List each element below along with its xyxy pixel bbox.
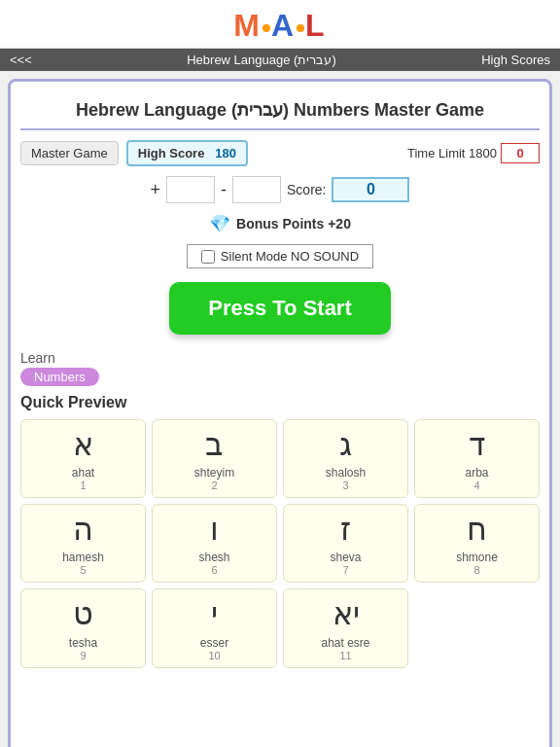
preview-number: 1 bbox=[25, 480, 141, 491]
back-button[interactable]: <<< bbox=[10, 53, 32, 67]
logo-m: M bbox=[233, 8, 262, 43]
preview-card[interactable]: ג shalosh 3 bbox=[283, 419, 408, 498]
preview-hebrew: ז bbox=[288, 513, 403, 547]
preview-card[interactable]: ו shesh 6 bbox=[152, 504, 277, 583]
logo-a: A bbox=[271, 8, 296, 43]
silent-row: Silent Mode NO SOUND bbox=[20, 244, 540, 268]
learn-label: Learn bbox=[20, 350, 540, 366]
preview-roman: ahat esre bbox=[288, 636, 403, 650]
preview-roman: shesh bbox=[157, 551, 272, 564]
preview-number: 3 bbox=[288, 480, 403, 491]
bonus-row: 💎 Bonus Points +20 bbox=[20, 213, 540, 234]
plus-sign: + bbox=[151, 180, 161, 200]
preview-card[interactable]: ט tesha 9 bbox=[20, 588, 146, 667]
preview-number: 8 bbox=[419, 564, 535, 576]
preview-card[interactable]: ד arba 4 bbox=[414, 419, 540, 498]
highscores-link[interactable]: High Scores bbox=[481, 53, 550, 67]
preview-roman: shalosh bbox=[288, 466, 403, 480]
eq-input-right[interactable] bbox=[232, 176, 281, 203]
time-input[interactable] bbox=[501, 143, 540, 163]
silent-label: Silent Mode NO SOUND bbox=[221, 249, 359, 264]
preview-card[interactable]: ח shmone 8 bbox=[414, 504, 540, 583]
minus-sign: - bbox=[221, 180, 227, 200]
time-limit-label: Time Limit 1800 bbox=[407, 146, 497, 160]
preview-hebrew: ה bbox=[25, 513, 141, 547]
quick-preview-title: Quick Preview bbox=[20, 394, 540, 411]
preview-number: 7 bbox=[288, 564, 403, 576]
eq-input-left[interactable] bbox=[166, 176, 215, 203]
preview-card[interactable]: יא ahat esre 11 bbox=[283, 588, 408, 667]
preview-hebrew: ח bbox=[419, 513, 535, 547]
preview-number: 11 bbox=[288, 650, 403, 661]
preview-hebrew: א bbox=[25, 428, 141, 462]
logo-l: L bbox=[305, 8, 327, 43]
gem-icon: 💎 bbox=[209, 213, 230, 234]
preview-number: 6 bbox=[157, 564, 272, 576]
preview-hebrew: ב bbox=[157, 428, 272, 462]
preview-card[interactable]: ה hamesh 5 bbox=[20, 504, 146, 583]
time-limit-box: Time Limit 1800 bbox=[407, 143, 540, 163]
app-header: MAL bbox=[0, 0, 560, 49]
bonus-text: Bonus Points +20 bbox=[236, 216, 351, 231]
main-content: Hebrew Language (עברית) Numbers Master G… bbox=[8, 79, 552, 747]
preview-card[interactable]: ז sheva 7 bbox=[283, 504, 408, 583]
page-title: Hebrew Language (עברית) Numbers Master G… bbox=[20, 91, 540, 130]
preview-number: 2 bbox=[157, 480, 272, 491]
silent-checkbox[interactable] bbox=[201, 250, 215, 264]
high-score-label: High Score bbox=[138, 146, 205, 160]
preview-card[interactable]: י esser 10 bbox=[152, 588, 277, 667]
logo-dot bbox=[262, 24, 270, 32]
high-score-badge: High Score 180 bbox=[126, 140, 248, 166]
preview-grid: א ahat 1 ב shteyim 2 ג shalosh 3 ד arba … bbox=[20, 419, 540, 668]
preview-roman: shteyim bbox=[157, 466, 272, 480]
preview-hebrew: ו bbox=[157, 513, 272, 547]
silent-mode-box: Silent Mode NO SOUND bbox=[187, 244, 373, 268]
preview-hebrew: י bbox=[157, 597, 272, 631]
preview-roman: tesha bbox=[25, 636, 141, 650]
stats-row: Master Game High Score 180 Time Limit 18… bbox=[20, 140, 540, 166]
preview-hebrew: ט bbox=[25, 597, 141, 631]
preview-number: 9 bbox=[25, 650, 141, 661]
master-game-badge: Master Game bbox=[20, 141, 119, 165]
start-button[interactable]: Press To Start bbox=[169, 282, 391, 335]
preview-card[interactable]: א ahat 1 bbox=[20, 419, 146, 498]
nav-bar: <<< Hebrew Language (עברית) High Scores bbox=[0, 49, 560, 71]
preview-hebrew: ד bbox=[419, 428, 535, 462]
preview-card[interactable]: ב shteyim 2 bbox=[152, 419, 277, 498]
preview-roman: sheva bbox=[288, 551, 403, 564]
learn-section: Learn Numbers bbox=[20, 350, 540, 386]
preview-number: 5 bbox=[25, 564, 141, 576]
preview-roman: ahat bbox=[25, 466, 141, 480]
preview-number: 4 bbox=[419, 480, 535, 491]
app-logo: MAL bbox=[0, 8, 560, 44]
nav-title: Hebrew Language (עברית) bbox=[42, 53, 481, 67]
preview-roman: arba bbox=[419, 466, 535, 480]
preview-hebrew: ג bbox=[288, 428, 403, 462]
preview-roman: esser bbox=[157, 636, 272, 650]
logo-dot2 bbox=[297, 24, 304, 32]
preview-roman: shmone bbox=[419, 551, 535, 564]
score-input[interactable] bbox=[332, 177, 409, 202]
numbers-badge[interactable]: Numbers bbox=[20, 368, 99, 386]
score-label: Score: bbox=[287, 182, 326, 197]
equation-row: + - Score: bbox=[20, 176, 540, 203]
preview-roman: hamesh bbox=[25, 551, 141, 564]
high-score-value: 180 bbox=[215, 146, 236, 160]
preview-hebrew: יא bbox=[288, 597, 403, 631]
preview-number: 10 bbox=[157, 650, 272, 661]
